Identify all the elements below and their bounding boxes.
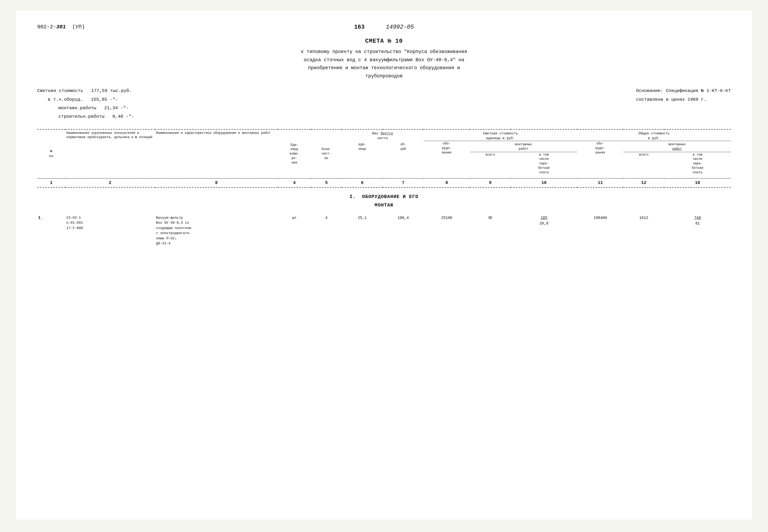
col-num-2: 2 [65,178,155,187]
th-total-cost: Общая стоимостьв руб. [577,130,731,141]
th-indicators: Наименование укрупненных показателей и н… [65,130,155,178]
row-weight-total: 100,4 [383,214,424,247]
th-pad1 [342,175,383,178]
th-total-mount-all: всего [623,152,664,175]
row-weight-unit: 25,1 [342,214,383,247]
data-row-1: I. 23-03-1п.01-08117-У-800 Вакуум-фильтр… [37,214,731,247]
row-unit: шт [278,214,311,247]
section-title: I. ОБОРУДОВАНИЕ И ЕГО [37,188,731,202]
cost-left: Сметная стоимость 177,59 тыс.руб. в т.ч.… [37,87,134,121]
th-mount-all: всего [470,152,510,175]
title-main: СМЕТА № 10 [37,38,731,45]
th-w-total2 [383,152,424,175]
top-header: 902-2-301 (УП) 163 14992-05 [37,24,731,30]
row-num: I. [37,214,65,247]
th-weight-unit: еди-ницы [342,141,383,152]
th-mount-wage: в томчислезара-ботнаяплата [510,152,577,175]
col-num-9: 9 [470,178,510,187]
col-num-11: 11 [577,178,623,187]
th-w-unit2 [342,152,383,175]
row-cost-equip: 25100 [424,214,470,247]
col-num-4: 4 [278,178,311,187]
th-total-mount-wage: в томчислезара-ботнаяплата [664,152,731,175]
column-numbers-row: 1 2 8 4 5 6 7 8 9 10 11 12 18 [37,178,731,187]
th-unit: Еди-ницаизме-ре-ния [278,130,311,178]
col-num-10: 10 [510,178,577,187]
column-headers: № пп Наименование укрупненных показателе… [37,130,731,141]
section-title2: МОНТАЖ [37,202,731,214]
th-qty: Коли-чест-во [311,130,342,178]
title-section: СМЕТА № 10 к типовому проекту на строите… [37,38,731,80]
row-qty: 4 [311,214,342,247]
th-weight-top: Вес бруттонетто [342,130,424,141]
col-num-8: 8 [424,178,470,187]
cost-right: Основание: Спецификация № 1-КТ-6-КТ сост… [636,87,731,121]
col-num-3: 8 [155,178,278,187]
th-description: Наименование и характеристика оборудован… [155,130,278,178]
section-header-row2: МОНТАЖ [37,202,731,214]
cost-section: Сметная стоимость 177,59 тыс.руб. в т.ч.… [37,87,731,121]
th-pad2 [383,175,424,178]
page: 902-2-301 (УП) 163 14992-05 СМЕТА № 10 к… [16,11,752,520]
main-table: № пп Наименование укрупненных показателе… [37,129,731,247]
col-num-13: 18 [664,178,731,187]
row-total-equip: 100400 [577,214,623,247]
page-number: 163 [354,24,365,30]
col-num-5: 5 [311,178,342,187]
th-unit-cost: Сметная стоимостьединицы в руб. [424,130,577,141]
th-mount-costs: монтажныхработ [470,141,577,152]
col-num-12: 12 [623,178,664,187]
row-ref: 23-03-1п.01-08117-У-800 [65,214,155,247]
th-num: № пп [37,130,65,178]
th-total-mount-costs: монтажныхработ [623,141,731,152]
section-header-row: I. ОБОРУДОВАНИЕ И ЕГО [37,188,731,202]
th-weight-total: об-ций [383,141,424,152]
doc-code: 14992-05 [386,24,414,30]
col-num-6: 6 [342,178,383,187]
row-cost-mount-wage: 18520,8 [510,214,577,247]
col-num-7: 7 [383,178,424,187]
row-desc: Вакуум-фильтрВох ОУ-40-8,4 сосходящим по… [155,214,278,247]
col-num-1: 1 [37,178,65,187]
doc-ref: 902-2-301 (УП) [37,24,85,30]
th-cost-equip: обо-рудо-вания [424,141,470,178]
title-sub: к типовому проекту на строительство "Кор… [37,48,731,80]
th-total-equip-col: обо-рудо-вания [577,141,623,178]
row-total-mount-all: 1612 [623,214,664,247]
row-cost-mount-all: ЭЕ [470,214,510,247]
row-total-mount-wage: 74081 [664,214,731,247]
